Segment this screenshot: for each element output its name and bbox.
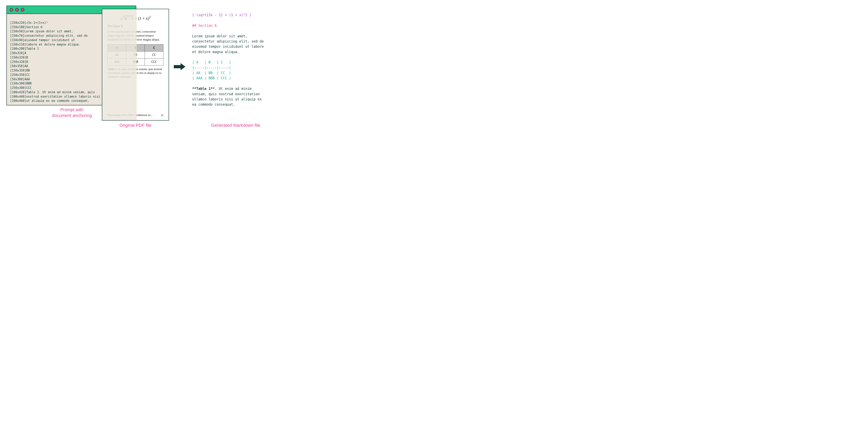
caption-markdown: Generated Markdown file xyxy=(198,123,274,128)
table-header: A xyxy=(108,44,126,52)
prompt-line: [150x320]B xyxy=(10,56,28,59)
prompt-line: [100x420]Table 1. Ut enim ad minim venia… xyxy=(10,91,95,94)
md-heading: ## Section 6 xyxy=(192,24,217,28)
md-table-line: | AAA | BBB | CCC | xyxy=(192,76,231,80)
pdf-footer: Proceedings of the 20XX Conference on...… xyxy=(107,114,163,117)
pdf-caption-label: Table 1. xyxy=(107,68,117,71)
traffic-light-min-icon xyxy=(15,8,19,11)
caption-pdf: Original PDF file xyxy=(110,123,161,128)
svg-marker-0 xyxy=(174,63,185,70)
table-row: AA BB CC xyxy=(108,52,163,59)
md-para-line: eiusmod tempor incididunt ut labore xyxy=(192,44,264,48)
md-caption-line: ullamco laboris nisi ut aliquip ex xyxy=(192,97,262,101)
prompt-line: [150x70]consectetur adipiscing elit, sed… xyxy=(10,34,88,37)
pdf-table: A B C AA BB CC AAA BBB CCC xyxy=(107,44,163,65)
table-cell: CC xyxy=(145,52,163,59)
pdf-caption: Table 1. Ut enim ad minim veniam, quis n… xyxy=(107,67,163,79)
traffic-light-max-icon xyxy=(21,8,24,11)
pdf-formula: √3x − 1 + (1 + x)2 xyxy=(107,15,163,21)
formula-rest: + (1 + x) xyxy=(134,16,149,21)
sqrt-icon: √ xyxy=(120,16,123,21)
md-math: [ \sqrt{3x - 1} + (1 + x)^2 ] xyxy=(192,13,251,17)
prompt-line: [150x110]labore et dolore magna aliqua. xyxy=(10,43,80,46)
prompt-line: [50x380]AAA xyxy=(10,77,30,81)
prompt-line: [150x380]BBB xyxy=(10,82,32,85)
prompt-line: [150x350]BB xyxy=(10,69,30,72)
md-caption-bold: **Table 1** xyxy=(192,87,215,91)
table-header: B xyxy=(126,44,145,52)
traffic-light-close-icon xyxy=(9,8,13,11)
pdf-footer-left: Proceedings of the 20XX Conference on... xyxy=(107,114,152,117)
prompt-line: [150x180]Section 6 xyxy=(10,25,42,29)
formula-exp: 2 xyxy=(149,15,151,19)
table-cell: CCC xyxy=(145,59,163,65)
prompt-line: [50x350]AA xyxy=(10,64,28,68)
md-para-line: et dolore magna aliqua. xyxy=(192,50,239,54)
caption-line: document anchoring xyxy=(52,113,92,118)
pdf-heading: Section 6 xyxy=(107,24,163,28)
md-table-line: | AA | BB | CC | xyxy=(192,71,231,75)
prompt-line: [50x320]A xyxy=(10,51,26,55)
prompt-line: [100x460]ut aliquip ex ea commodo conseq… xyxy=(10,99,89,103)
prompt-line: [100x440]nostrud exercitation ullamco la… xyxy=(10,95,100,98)
pdf-body-text: Lorem ipsum dolor sit amet, consectetur … xyxy=(107,30,163,42)
md-caption-rest: . Ut enim ad minim xyxy=(215,87,251,91)
formula-sqrt-inner: 3x − 1 xyxy=(123,16,134,21)
prompt-line: [250x380]CCC xyxy=(10,86,32,90)
md-caption-line: ea commodo consequat. xyxy=(192,102,235,106)
table-row: AAA BBB CCC xyxy=(108,59,163,65)
md-caption-line: **Table 1**. Ut enim ad minim xyxy=(192,87,251,91)
table-cell: BBB xyxy=(126,59,145,65)
md-table-line: | A | B | C | xyxy=(192,60,231,64)
table-header: C xyxy=(145,44,163,52)
prompt-line: [150x50]Lorem ipsum dolor sit amet, xyxy=(10,30,73,33)
prompt-line: [150x220]√3x-1+(1+x)² xyxy=(10,21,48,25)
md-para-line: consectetur adipiscing elit, sed do xyxy=(192,39,264,43)
arrow-right-icon xyxy=(174,63,186,71)
md-caption-line: veniam, quis nostrud exercitation xyxy=(192,92,260,96)
table-cell: AA xyxy=(108,52,126,59)
prompt-line: [250x350]CC xyxy=(10,73,30,77)
table-cell: AAA xyxy=(108,59,126,65)
md-para-line: Lorem ipsum dolor sit amet, xyxy=(192,34,247,38)
prompt-line: [150x90]eiusmod tempor incididunt ut xyxy=(10,38,75,42)
markdown-output: [ \sqrt{3x - 1} + (1 + x)^2 ] ## Section… xyxy=(192,7,280,107)
md-table-line: |:---:|:---:|:---:| xyxy=(192,66,231,70)
pdf-footer-page: 11 xyxy=(161,114,163,117)
table-cell: BB xyxy=(126,52,145,59)
table-row: A B C xyxy=(108,44,163,52)
pdf-page: √3x − 1 + (1 + x)2 Section 6 Lorem ipsum… xyxy=(102,9,169,121)
prompt-line: [100x280]Table 1 xyxy=(10,47,39,51)
prompt-line: [250x320]B xyxy=(10,60,28,64)
